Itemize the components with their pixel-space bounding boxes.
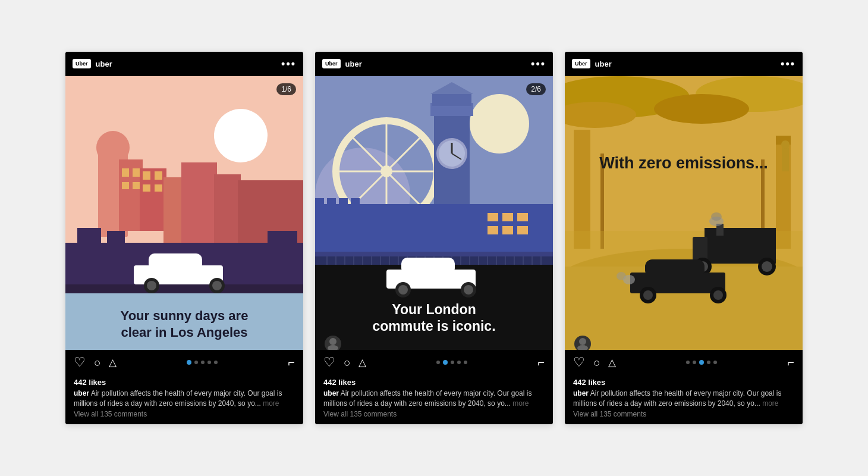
svg-rect-10	[143, 171, 150, 180]
like-icon-zero[interactable]: ♡	[573, 356, 585, 369]
card-london: Uber uber ••• 2/6	[315, 52, 553, 425]
svg-point-34	[470, 94, 529, 154]
svg-text:Your London: Your London	[392, 302, 476, 317]
more-options-icon-london[interactable]: •••	[531, 58, 546, 70]
svg-text:With zero emissions...: With zero emissions...	[599, 154, 768, 172]
svg-rect-9	[133, 182, 140, 189]
more-options-icon-zero[interactable]: •••	[781, 58, 795, 70]
like-icon-london[interactable]: ♡	[323, 356, 335, 369]
share-icon[interactable]: △	[109, 358, 117, 368]
view-comments-zero[interactable]: View all 135 comments	[573, 410, 794, 418]
caption-username-london[interactable]: uber	[323, 389, 339, 397]
dot-zero-5[interactable]	[713, 361, 717, 364]
dot-4[interactable]	[207, 361, 211, 364]
likes-count: 442 likes	[74, 378, 295, 387]
svg-rect-14	[163, 177, 184, 243]
bookmark-icon-zero[interactable]: ⌐	[787, 356, 794, 369]
carousel-dots-london	[436, 360, 467, 365]
svg-rect-8	[122, 182, 129, 189]
more-options-icon[interactable]: •••	[281, 58, 296, 70]
card-zero-image: With zero emissions...	[565, 76, 803, 350]
dot-london-3[interactable]	[451, 361, 454, 364]
svg-text:commute is iconic.: commute is iconic.	[372, 318, 495, 334]
comment-icon-zero[interactable]: ○	[593, 357, 600, 368]
bookmark-icon[interactable]: ⌐	[288, 356, 295, 369]
card-la-actions: ♡ ○ △ ⌐	[65, 350, 303, 375]
likes-count-london: 442 likes	[323, 378, 545, 387]
header-username-zero[interactable]: uber	[595, 60, 612, 68]
svg-point-130	[713, 290, 723, 300]
dot-london-2[interactable]	[443, 360, 448, 365]
svg-point-135	[579, 338, 586, 345]
action-left: ♡ ○ △	[74, 356, 117, 369]
caption-more-zero[interactable]: more	[762, 399, 778, 408]
caption-username-zero[interactable]: uber	[573, 389, 589, 397]
card-london-caption: 442 likes uber Air pollution affects the…	[315, 375, 553, 425]
carousel-dots	[187, 360, 218, 365]
svg-text:clear in Los Angeles: clear in Los Angeles	[121, 325, 247, 340]
action-left-london: ♡ ○ △	[323, 356, 366, 369]
svg-rect-25	[149, 253, 202, 270]
comment-icon[interactable]: ○	[94, 357, 100, 368]
svg-rect-126	[645, 259, 705, 277]
dot-london-4[interactable]	[457, 361, 461, 364]
card-london-image: 2/6	[315, 76, 553, 350]
carousel-dots-zero	[686, 360, 717, 365]
comment-icon-london[interactable]: ○	[344, 357, 350, 368]
svg-point-29	[212, 281, 222, 290]
caption-username[interactable]: uber	[74, 389, 89, 397]
card-la-image: 1/6	[65, 76, 303, 350]
caption-more[interactable]: more	[263, 399, 279, 408]
card-london-actions: ♡ ○ △ ⌐	[315, 350, 553, 375]
header-left-zero: Uber uber	[572, 59, 612, 68]
dot-2[interactable]	[194, 361, 198, 364]
view-comments-london[interactable]: View all 135 comments	[323, 410, 545, 418]
svg-rect-62	[315, 252, 553, 256]
caption-text-zero: uber Air pollution affects the health of…	[573, 389, 794, 409]
dot-zero-3[interactable]	[699, 360, 704, 365]
likes-count-zero: 442 likes	[573, 378, 794, 387]
caption-body-london: Air pollution affects the health of ever…	[323, 389, 532, 408]
svg-rect-13	[155, 184, 162, 192]
dot-london-5[interactable]	[464, 361, 467, 364]
card-la: Uber uber ••• 1/6	[65, 52, 303, 425]
svg-rect-19	[77, 228, 101, 252]
dot-1[interactable]	[187, 360, 191, 365]
card-zero-actions: ♡ ○ △ ⌐	[565, 350, 803, 375]
svg-rect-54	[351, 198, 360, 207]
zero-scene-svg: With zero emissions...	[565, 76, 803, 350]
dot-5[interactable]	[214, 361, 218, 364]
dot-zero-2[interactable]	[693, 361, 696, 364]
caption-text: uber Air pollution affects the health of…	[74, 389, 295, 409]
header-username-london[interactable]: uber	[345, 60, 362, 68]
svg-rect-21	[268, 231, 297, 252]
svg-point-94	[464, 285, 473, 295]
london-scene-svg: Your London commute is iconic.	[315, 76, 553, 350]
dot-london-1[interactable]	[436, 361, 440, 364]
card-zero-caption: 442 likes uber Air pollution affects the…	[565, 375, 803, 425]
share-icon-london[interactable]: △	[358, 358, 366, 368]
action-left-zero: ♡ ○ △	[573, 356, 616, 369]
svg-rect-56	[502, 213, 513, 221]
like-icon[interactable]: ♡	[74, 356, 86, 369]
svg-rect-112	[782, 148, 789, 171]
svg-point-92	[398, 285, 408, 295]
svg-rect-90	[401, 258, 455, 274]
share-icon-zero[interactable]: △	[608, 358, 616, 368]
svg-rect-22	[65, 284, 303, 293]
view-comments[interactable]: View all 135 comments	[74, 410, 295, 418]
svg-rect-53	[339, 198, 348, 207]
header-username[interactable]: uber	[96, 60, 112, 68]
svg-rect-15	[181, 162, 217, 243]
svg-rect-52	[327, 198, 336, 207]
dot-zero-4[interactable]	[707, 361, 710, 364]
bookmark-icon-london[interactable]: ⌐	[537, 356, 545, 369]
svg-rect-20	[107, 231, 125, 252]
svg-rect-6	[122, 168, 129, 177]
dot-3[interactable]	[201, 361, 205, 364]
svg-rect-16	[214, 174, 241, 243]
svg-point-1	[214, 109, 268, 162]
dot-zero-1[interactable]	[686, 361, 690, 364]
caption-more-london[interactable]: more	[512, 399, 529, 408]
svg-point-128	[643, 290, 653, 300]
